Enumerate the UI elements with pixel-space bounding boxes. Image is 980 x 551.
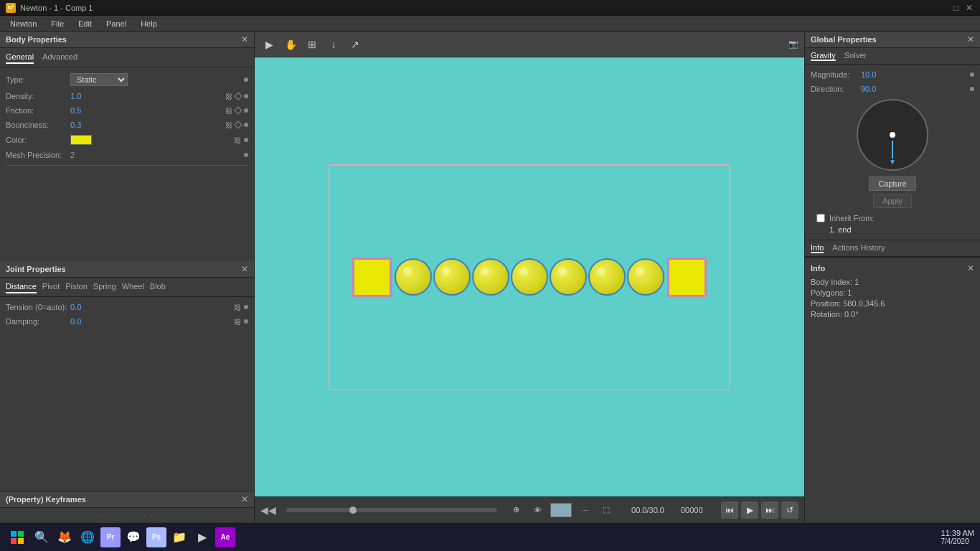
select-tool[interactable]: ▶ [260, 36, 278, 53]
friction-diamond[interactable] [234, 106, 242, 114]
global-properties-close[interactable]: ✕ [967, 34, 974, 44]
magnitude-value[interactable]: 10.0 [861, 70, 876, 79]
taskbar-aftereffects[interactable]: Ae [215, 527, 235, 547]
frame-display: 00000 [681, 506, 717, 514]
grid-tool[interactable]: ⊞ [303, 36, 321, 53]
gravity-circle[interactable] [857, 99, 928, 171]
menu-panel[interactable]: Panel [99, 18, 133, 29]
type-dropdown[interactable]: Static Dynamic Kinematic [70, 73, 128, 86]
taskbar-media[interactable]: ▶ [192, 527, 212, 547]
timeline-bar[interactable] [286, 508, 497, 512]
damping-label: Damping: [6, 317, 70, 326]
circle-1[interactable] [395, 258, 432, 296]
left-rect-block[interactable] [352, 258, 392, 297]
mesh-precision-dot [244, 153, 248, 157]
friction-value[interactable]: 0.5 [70, 106, 81, 115]
step-forward-button[interactable]: ⏭ [761, 501, 778, 519]
friction-dot [244, 108, 248, 113]
density-diamond[interactable] [234, 92, 242, 100]
play-button[interactable]: ▶ [741, 501, 758, 519]
inherit-label: Inherit From: [829, 214, 874, 222]
circle-6[interactable] [588, 258, 626, 296]
joint-tab-piston[interactable]: Piston [65, 281, 88, 293]
snap-tool[interactable]: ↓ [325, 36, 342, 53]
color-label: Color: [6, 136, 70, 144]
color-row: Color: ⛓ [6, 135, 248, 145]
circle-4[interactable] [511, 258, 548, 296]
tab-info[interactable]: Info [811, 243, 824, 253]
tension-value[interactable]: 0.0 [70, 303, 81, 311]
joint-tab-spring[interactable]: Spring [93, 281, 116, 293]
taskbar-search[interactable]: 🔍 [32, 527, 52, 547]
friction-link-icon[interactable]: ⛓ [225, 107, 232, 115]
timeline-thumb[interactable] [349, 507, 357, 514]
bounciness-diamond[interactable] [234, 121, 242, 128]
density-value[interactable]: 1.0 [70, 92, 81, 100]
body-properties-header: Body Properties ✕ [0, 32, 254, 48]
bounciness-dot [244, 123, 248, 127]
color-swatch[interactable] [70, 135, 92, 145]
mesh-precision-value[interactable]: 2 [70, 151, 75, 159]
timeline-frame[interactable]: ⬚ [598, 501, 615, 519]
damping-value[interactable]: 0.0 [70, 317, 81, 326]
timeline-rewind[interactable]: ◀◀ [260, 504, 276, 516]
close-button[interactable]: ✕ [964, 3, 974, 13]
window-controls[interactable]: □ ✕ [951, 3, 974, 13]
circle-7[interactable] [627, 258, 664, 296]
body-properties-close[interactable]: ✕ [241, 34, 248, 44]
density-link-icon[interactable]: ⛓ [225, 93, 232, 100]
tab-solver[interactable]: Solver [844, 51, 867, 61]
timeline-dots[interactable]: ··· [576, 501, 593, 519]
taskbar-premiere[interactable]: Pr [100, 527, 121, 547]
tab-general[interactable]: General [6, 51, 34, 64]
menu-file[interactable]: File [44, 18, 71, 29]
timeline-zoom-in[interactable]: ⊕ [507, 501, 524, 519]
joint-tab-pivot[interactable]: Pivot [42, 281, 60, 293]
menu-help[interactable]: Help [133, 18, 164, 29]
inherit-value: 1. end [829, 225, 852, 234]
joint-tab-blob[interactable]: Blob [150, 281, 166, 293]
circle-2[interactable] [433, 258, 471, 296]
mesh-precision-row: Mesh Precision: 2 [6, 151, 248, 159]
tab-gravity[interactable]: Gravity [811, 51, 836, 61]
density-row: Density: 1.0 ⛓ [6, 92, 248, 100]
timeline-eye[interactable]: 👁 [529, 501, 546, 519]
arrow-tool[interactable]: ↗ [347, 36, 364, 53]
capture-button[interactable]: Capture [869, 176, 915, 191]
bounciness-value[interactable]: 0.3 [70, 121, 81, 129]
loop-button[interactable]: ↺ [781, 501, 798, 519]
inherit-checkbox[interactable] [816, 214, 825, 222]
bounciness-link-icon[interactable]: ⛓ [225, 121, 232, 129]
tab-advanced[interactable]: Advanced [42, 51, 77, 64]
right-rect-block[interactable] [667, 258, 707, 297]
taskbar-photoshop[interactable]: Ps [146, 527, 166, 547]
taskbar-chrome[interactable]: 🌐 [77, 527, 98, 547]
apply-button[interactable]: Apply [873, 194, 912, 208]
taskbar-whatsapp[interactable]: 💬 [123, 527, 143, 547]
joint-properties-close[interactable]: ✕ [241, 264, 248, 274]
tab-actions-history[interactable]: Actions History [832, 243, 885, 253]
direction-value[interactable]: 90.0 [861, 85, 876, 93]
taskbar-files[interactable]: 📁 [169, 527, 189, 547]
menu-edit[interactable]: Edit [71, 18, 99, 29]
joint-tab-distance[interactable]: Distance [6, 281, 37, 293]
info-close[interactable]: ✕ [967, 263, 974, 273]
density-label: Density: [6, 92, 70, 100]
circle-5[interactable] [550, 258, 587, 296]
hand-tool[interactable]: ✋ [282, 36, 299, 53]
gravity-direction-arrow [892, 141, 893, 159]
taskbar-firefox[interactable]: 🦊 [55, 527, 75, 547]
mesh-precision-label: Mesh Precision: [6, 151, 70, 159]
keyframes-close[interactable]: ✕ [241, 494, 248, 504]
first-frame-button[interactable]: ⏮ [721, 501, 738, 519]
tension-row: Tension (0=auto): 0.0 ⛓ [6, 303, 248, 311]
tension-link-icon[interactable]: ⛓ [234, 303, 241, 311]
color-link-icon[interactable]: ⛓ [234, 136, 241, 144]
damping-link-icon[interactable]: ⛓ [234, 318, 241, 326]
start-button[interactable] [6, 526, 29, 549]
camera-button[interactable]: 📷 [788, 39, 798, 49]
circle-3[interactable] [472, 258, 509, 296]
joint-tab-wheel[interactable]: Wheel [122, 281, 144, 293]
menu-newton[interactable]: Newton [3, 18, 44, 29]
maximize-button[interactable]: □ [951, 3, 961, 13]
